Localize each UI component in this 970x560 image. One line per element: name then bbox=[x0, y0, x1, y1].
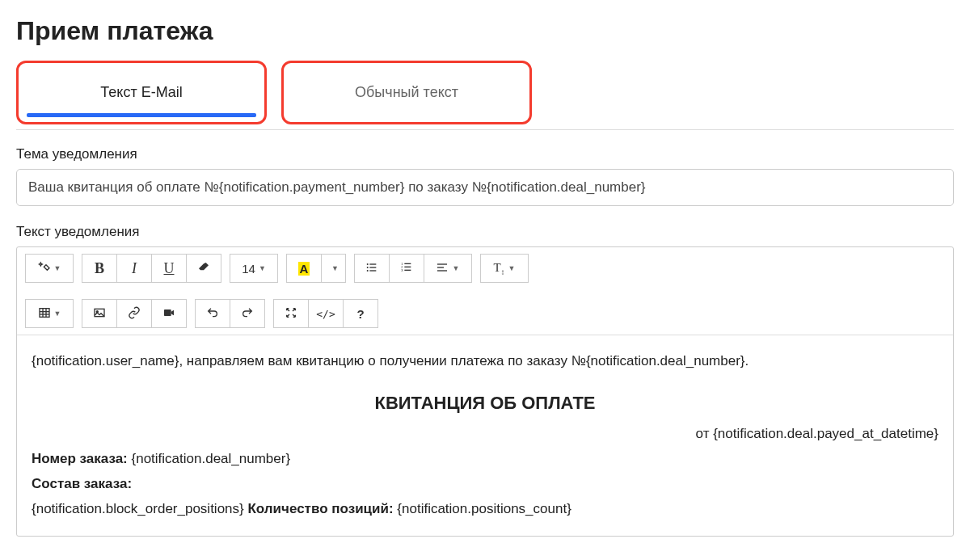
link-icon bbox=[128, 306, 141, 322]
subject-label: Тема уведомления bbox=[16, 146, 954, 162]
image-button[interactable] bbox=[82, 299, 117, 328]
image-icon bbox=[93, 306, 106, 322]
svg-point-0 bbox=[367, 263, 369, 265]
codeview-button[interactable]: </> bbox=[308, 299, 344, 328]
italic-button[interactable]: I bbox=[116, 254, 152, 283]
video-icon bbox=[162, 306, 175, 322]
paragraph-button[interactable]: ▼ bbox=[424, 254, 472, 283]
fontsize-value: 14 bbox=[242, 262, 255, 276]
body-items-label-line: Состав заказа: bbox=[32, 473, 938, 496]
caret-icon: ▼ bbox=[259, 264, 266, 272]
tab-plain-label: Обычный текст bbox=[355, 84, 458, 100]
body-order-line: Номер заказа: {notification.deal_number} bbox=[32, 448, 938, 471]
positions-count-value: {notification.positions_count} bbox=[394, 501, 571, 516]
order-items-label: Состав заказа: bbox=[32, 476, 132, 491]
list-ol-icon: 123 bbox=[400, 261, 413, 276]
svg-point-2 bbox=[367, 270, 369, 272]
underline-button[interactable]: U bbox=[151, 254, 187, 283]
bold-button[interactable]: B bbox=[82, 254, 117, 283]
help-icon: ? bbox=[356, 307, 364, 321]
link-button[interactable] bbox=[116, 299, 152, 328]
page-title: Прием платежа bbox=[16, 16, 954, 46]
svg-rect-14 bbox=[437, 270, 447, 271]
caret-icon: ▼ bbox=[54, 309, 61, 318]
clear-format-icon: T↕ bbox=[493, 261, 504, 276]
caret-icon: ▼ bbox=[331, 264, 339, 272]
redo-button[interactable] bbox=[230, 299, 265, 328]
ordered-list-button[interactable]: 123 bbox=[389, 254, 424, 283]
body-date-line: от {notification.deal.payed_at_datetime} bbox=[32, 423, 938, 446]
order-number-label: Номер заказа: bbox=[32, 451, 128, 466]
svg-rect-12 bbox=[437, 263, 447, 264]
eraser-button[interactable] bbox=[186, 254, 221, 283]
positions-count-label: Количество позиций: bbox=[247, 501, 393, 516]
magic-icon bbox=[38, 261, 51, 276]
video-button[interactable] bbox=[151, 299, 187, 328]
svg-rect-4 bbox=[369, 267, 376, 267]
svg-rect-22 bbox=[164, 309, 171, 316]
editor-content[interactable]: {notification.user_name}, направляем вам… bbox=[17, 335, 953, 536]
caret-icon: ▼ bbox=[54, 264, 61, 272]
unordered-list-button[interactable] bbox=[354, 254, 390, 283]
fullscreen-icon bbox=[285, 306, 297, 322]
code-icon: </> bbox=[316, 308, 335, 320]
tabs: Текст E-Mail Обычный текст bbox=[16, 61, 954, 130]
svg-rect-10 bbox=[404, 266, 411, 267]
order-number-value: {notification.deal_number} bbox=[128, 451, 290, 466]
tab-email-text[interactable]: Текст E-Mail bbox=[16, 61, 267, 124]
magic-button[interactable]: ▼ bbox=[25, 254, 74, 283]
editor-toolbar: ▼ B I U 14 ▼ A ▼ bbox=[17, 247, 953, 335]
svg-rect-13 bbox=[437, 267, 444, 267]
clear-format-button[interactable]: T↕ ▼ bbox=[480, 254, 529, 283]
eraser-icon bbox=[197, 261, 210, 276]
fontcolor-button[interactable]: A bbox=[286, 254, 322, 283]
svg-rect-9 bbox=[404, 263, 411, 263]
subject-input[interactable] bbox=[16, 169, 954, 206]
svg-rect-11 bbox=[404, 269, 411, 270]
body-intro-line: {notification.user_name}, направляем вам… bbox=[32, 350, 938, 373]
body-positions-line: {notification.block_order_positions} Кол… bbox=[32, 498, 938, 521]
redo-icon bbox=[241, 306, 254, 322]
svg-rect-3 bbox=[369, 263, 376, 264]
help-button[interactable]: ? bbox=[343, 299, 378, 328]
table-icon bbox=[38, 306, 51, 322]
caret-icon: ▼ bbox=[452, 264, 459, 272]
list-ul-icon bbox=[365, 261, 378, 276]
positions-block: {notification.block_order_positions} bbox=[32, 501, 247, 516]
undo-button[interactable] bbox=[195, 299, 230, 328]
caret-icon: ▼ bbox=[508, 264, 516, 272]
align-icon bbox=[436, 261, 449, 276]
font-color-icon: A bbox=[298, 262, 310, 276]
svg-rect-15 bbox=[40, 308, 49, 317]
svg-point-1 bbox=[367, 267, 369, 268]
svg-text:3: 3 bbox=[401, 268, 403, 272]
body-label: Текст уведомления bbox=[16, 224, 954, 240]
table-button[interactable]: ▼ bbox=[25, 299, 74, 328]
tab-plain-text[interactable]: Обычный текст bbox=[281, 61, 532, 124]
tab-email-label: Текст E-Mail bbox=[100, 84, 182, 100]
undo-icon bbox=[206, 306, 219, 322]
svg-rect-5 bbox=[369, 270, 376, 271]
fontcolor-dropdown[interactable]: ▼ bbox=[321, 254, 346, 283]
fontsize-button[interactable]: 14 ▼ bbox=[230, 254, 278, 283]
body-receipt-title: КВИТАНЦИЯ ОБ ОПЛАТЕ bbox=[32, 388, 938, 418]
fullscreen-button[interactable] bbox=[273, 299, 309, 328]
rich-text-editor: ▼ B I U 14 ▼ A ▼ bbox=[16, 246, 954, 537]
